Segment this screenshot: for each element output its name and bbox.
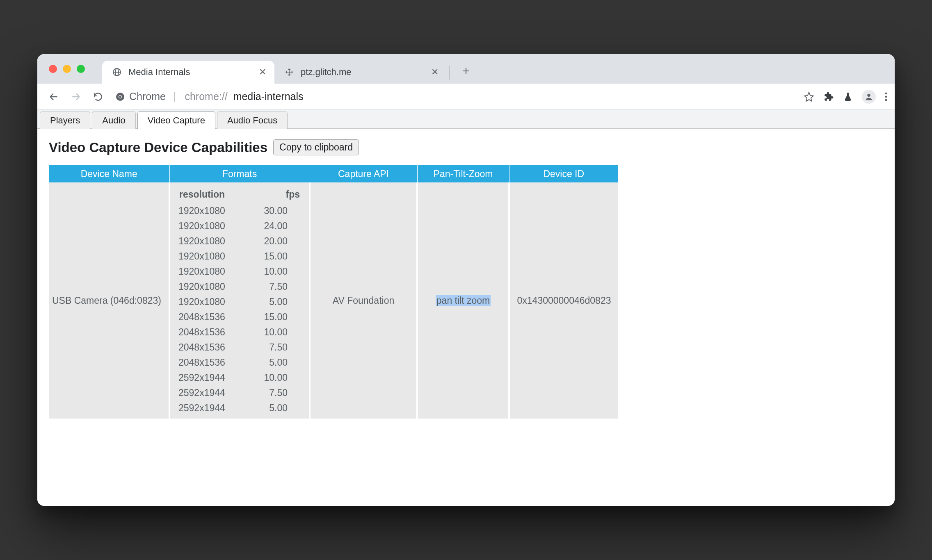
format-row: 1920x10805.00 (175, 295, 304, 309)
formats-table: resolution fps 1920x108030.001920x108024… (174, 185, 305, 416)
format-fps: 20.00 (245, 234, 304, 248)
close-window-button[interactable] (49, 65, 57, 73)
page-title: Video Capture Device Capabilities (49, 140, 267, 155)
move-icon (284, 67, 294, 77)
format-resolution: 2592x1944 (175, 401, 244, 415)
col-capture-api: Capture API (310, 165, 417, 182)
col-ptz: Pan-Tilt-Zoom (417, 165, 509, 182)
browser-toolbar: Chrome | chrome://media-internals (37, 84, 895, 110)
back-button[interactable] (45, 88, 63, 106)
format-resolution: 1920x1080 (175, 204, 244, 218)
tab-separator (449, 66, 450, 80)
formats-header-res: resolution (175, 186, 244, 203)
format-resolution: 2592x1944 (175, 386, 244, 400)
format-fps: 5.00 (245, 355, 304, 370)
new-tab-button[interactable]: + (458, 63, 474, 79)
format-resolution: 1920x1080 (175, 264, 244, 279)
format-fps: 30.00 (245, 204, 304, 218)
format-row: 2048x153610.00 (175, 325, 304, 339)
format-row: 1920x108010.00 (175, 264, 304, 279)
content-area: Video Capture Device Capabilities Copy t… (37, 129, 895, 429)
format-resolution: 1920x1080 (175, 249, 244, 264)
maximize-window-button[interactable] (77, 65, 85, 73)
labs-icon[interactable] (843, 91, 853, 102)
format-fps: 15.00 (245, 249, 304, 264)
capabilities-table: Device Name Formats Capture API Pan-Tilt… (49, 165, 618, 419)
format-fps: 5.00 (245, 401, 304, 415)
format-resolution: 1920x1080 (175, 280, 244, 294)
format-resolution: 2592x1944 (175, 371, 244, 385)
internal-tabs: Players Audio Video Capture Audio Focus (37, 110, 895, 129)
format-resolution: 1920x1080 (175, 219, 244, 233)
format-fps: 10.00 (245, 325, 304, 339)
bookmark-icon[interactable] (804, 91, 814, 102)
format-resolution: 2048x1536 (175, 355, 244, 370)
table-row: USB Camera (046d:0823) resolution fps 19… (49, 182, 618, 419)
table-header-row: Device Name Formats Capture API Pan-Tilt… (49, 165, 618, 182)
formats-header-fps: fps (245, 186, 304, 203)
ptz-cell: pan tilt zoom (417, 182, 509, 419)
internal-tab-audio[interactable]: Audio (92, 112, 135, 129)
window-controls (49, 65, 85, 73)
format-row: 1920x108020.00 (175, 234, 304, 248)
menu-icon[interactable] (885, 92, 887, 102)
format-row: 2592x194410.00 (175, 371, 304, 385)
col-formats: Formats (169, 165, 310, 182)
url-path: media-internals (233, 91, 304, 102)
tab-media-internals[interactable]: Media Internals ✕ (102, 61, 274, 84)
format-fps: 7.50 (245, 386, 304, 400)
profile-avatar[interactable] (862, 90, 876, 104)
format-row: 2048x15365.00 (175, 355, 304, 370)
separator: | (173, 91, 176, 102)
site-chip: Chrome | (115, 91, 179, 102)
format-fps: 7.50 (245, 340, 304, 355)
format-row: 2592x19447.50 (175, 386, 304, 400)
device-name-cell: USB Camera (046d:0823) (49, 182, 169, 419)
format-fps: 15.00 (245, 310, 304, 324)
format-fps: 5.00 (245, 295, 304, 309)
close-icon[interactable]: ✕ (431, 67, 439, 77)
svg-point-9 (885, 99, 887, 101)
minimize-window-button[interactable] (63, 65, 71, 73)
format-row: 2592x19445.00 (175, 401, 304, 415)
internal-tab-audio-focus[interactable]: Audio Focus (217, 112, 288, 129)
tab-ptz-glitch[interactable]: ptz.glitch.me ✕ (274, 61, 447, 84)
ptz-value: pan tilt zoom (436, 295, 491, 306)
internal-tab-video-capture[interactable]: Video Capture (137, 112, 215, 129)
origin-label: Chrome (129, 91, 166, 102)
format-row: 1920x10807.50 (175, 280, 304, 294)
format-resolution: 2048x1536 (175, 310, 244, 324)
url-scheme: chrome:// (185, 91, 227, 102)
browser-tabs: Media Internals ✕ ptz.glitch.me ✕ + (102, 60, 474, 84)
toolbar-actions (804, 90, 887, 104)
format-row: 1920x108015.00 (175, 249, 304, 264)
svg-point-5 (119, 96, 121, 98)
internal-tab-players[interactable]: Players (40, 112, 90, 129)
forward-button[interactable] (67, 88, 85, 106)
col-device-name: Device Name (49, 165, 169, 182)
tab-strip: Media Internals ✕ ptz.glitch.me ✕ + (37, 54, 895, 84)
format-resolution: 1920x1080 (175, 295, 244, 309)
reload-button[interactable] (89, 88, 107, 106)
tab-title: ptz.glitch.me (301, 67, 352, 77)
extensions-icon[interactable] (823, 91, 834, 102)
close-icon[interactable]: ✕ (259, 67, 266, 77)
format-resolution: 2048x1536 (175, 325, 244, 339)
format-fps: 24.00 (245, 219, 304, 233)
svg-point-7 (885, 92, 887, 94)
svg-point-6 (867, 93, 870, 96)
format-resolution: 2048x1536 (175, 340, 244, 355)
format-fps: 10.00 (245, 371, 304, 385)
globe-icon (112, 67, 122, 77)
format-row: 1920x108030.00 (175, 204, 304, 218)
tab-title: Media Internals (128, 67, 190, 77)
format-row: 2048x153615.00 (175, 310, 304, 324)
address-bar[interactable]: Chrome | chrome://media-internals (115, 91, 304, 102)
formats-cell: resolution fps 1920x108030.001920x108024… (169, 182, 310, 419)
format-row: 2048x15367.50 (175, 340, 304, 355)
format-row: 1920x108024.00 (175, 219, 304, 233)
heading-row: Video Capture Device Capabilities Copy t… (49, 139, 883, 155)
copy-to-clipboard-button[interactable]: Copy to clipboard (273, 139, 359, 155)
col-device-id: Device ID (509, 165, 618, 182)
device-id-cell: 0x14300000046d0823 (509, 182, 618, 419)
